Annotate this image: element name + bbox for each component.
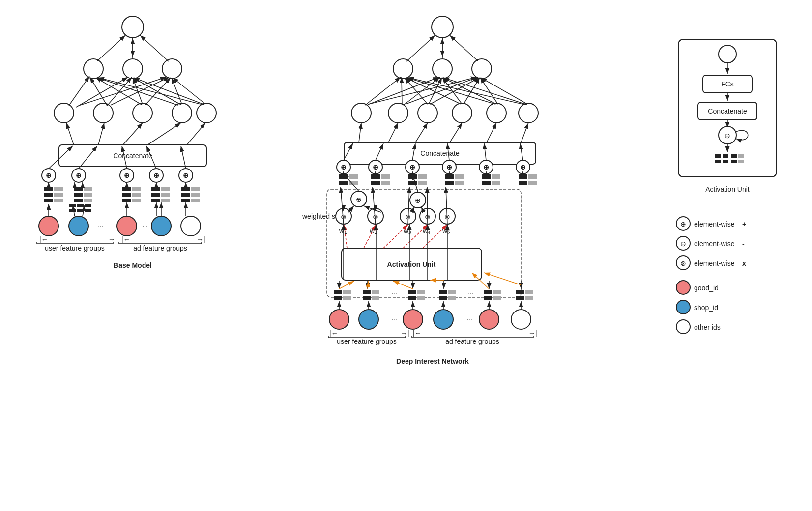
- din-concatenate-label: Concatenate: [420, 149, 460, 157]
- svg-rect-269: [525, 290, 533, 294]
- svg-line-31: [173, 78, 205, 104]
- svg-rect-242: [343, 290, 351, 294]
- svg-line-137: [404, 77, 440, 105]
- svg-point-293: [479, 310, 499, 329]
- svg-point-8: [162, 59, 182, 79]
- svg-rect-319: [723, 154, 728, 158]
- svg-rect-317: [715, 154, 721, 158]
- svg-point-16: [197, 103, 216, 123]
- activation-unit-label: Activation Unit: [387, 260, 436, 268]
- svg-rect-190: [482, 174, 491, 179]
- svg-text:⊕: ⊕: [680, 220, 686, 228]
- svg-text:⊕: ⊕: [356, 196, 362, 203]
- svg-line-154: [415, 123, 428, 142]
- svg-rect-166: [371, 174, 380, 179]
- svg-rect-75: [151, 187, 160, 191]
- svg-line-155: [450, 123, 462, 142]
- svg-line-153: [388, 123, 398, 142]
- svg-point-285: [359, 310, 378, 329]
- svg-point-295: [511, 310, 531, 329]
- svg-point-332: [676, 300, 690, 314]
- svg-point-4: [122, 16, 144, 38]
- svg-rect-265: [493, 296, 501, 300]
- svg-point-123: [472, 59, 492, 79]
- din-ad-feature-label: ad feature groups: [445, 338, 499, 345]
- svg-rect-79: [161, 193, 170, 197]
- svg-line-279: [393, 281, 413, 289]
- svg-rect-245: [363, 290, 371, 294]
- svg-rect-167: [371, 181, 380, 185]
- svg-rect-324: [738, 160, 744, 163]
- svg-rect-267: [516, 290, 524, 294]
- din-title: Deep Interest Network: [396, 357, 469, 365]
- base-concatenate-label: Concatenate: [113, 152, 152, 160]
- svg-point-107: [181, 216, 201, 236]
- svg-rect-60: [69, 209, 76, 212]
- svg-text:···: ···: [142, 222, 148, 230]
- svg-text:|←: |←: [121, 235, 130, 243]
- svg-text:···: ···: [98, 222, 104, 230]
- svg-rect-160: [349, 174, 358, 179]
- svg-rect-90: [191, 199, 200, 202]
- svg-line-124: [406, 35, 435, 61]
- svg-line-281: [484, 273, 521, 285]
- svg-rect-86: [181, 193, 190, 197]
- svg-text:⊕: ⊕: [520, 163, 526, 171]
- svg-rect-259: [448, 296, 456, 300]
- svg-rect-77: [151, 199, 160, 202]
- svg-point-13: [93, 103, 113, 123]
- svg-rect-240: [334, 290, 342, 294]
- svg-point-104: [151, 216, 171, 236]
- base-user-feature-label: user feature groups: [45, 244, 104, 252]
- svg-rect-87: [181, 199, 190, 202]
- svg-rect-241: [334, 296, 342, 300]
- svg-rect-248: [372, 296, 379, 300]
- svg-text:⊕: ⊕: [46, 171, 52, 179]
- legend-x-label: element-wise: [694, 259, 735, 267]
- svg-rect-48: [74, 187, 83, 191]
- svg-rect-52: [84, 193, 92, 197]
- svg-rect-158: [339, 174, 348, 179]
- svg-rect-62: [77, 209, 84, 212]
- svg-text:→|: →|: [528, 329, 537, 337]
- svg-text:⊕: ⊕: [409, 163, 415, 171]
- svg-rect-323: [738, 154, 744, 158]
- svg-rect-199: [519, 181, 527, 185]
- svg-line-30: [134, 78, 204, 105]
- svg-point-290: [434, 310, 453, 329]
- svg-text:⊕: ⊕: [183, 171, 189, 179]
- svg-rect-88: [191, 187, 200, 191]
- svg-rect-192: [492, 174, 500, 179]
- svg-rect-42: [54, 193, 63, 197]
- svg-rect-251: [408, 290, 416, 294]
- svg-line-142: [406, 78, 461, 104]
- svg-rect-263: [484, 296, 492, 300]
- svg-point-132: [519, 103, 538, 123]
- svg-rect-38: [44, 187, 53, 191]
- svg-text:···: ···: [391, 315, 397, 323]
- legend-shop-id: shop_id: [694, 304, 718, 312]
- svg-line-26: [97, 78, 178, 105]
- svg-text:⊕: ⊕: [153, 171, 159, 179]
- svg-point-95: [39, 216, 58, 236]
- svg-line-156: [487, 123, 496, 142]
- svg-line-134: [368, 77, 439, 105]
- svg-rect-169: [381, 181, 390, 185]
- svg-text:···: ···: [468, 289, 474, 297]
- svg-rect-61: [77, 204, 84, 207]
- svg-text:⊖: ⊖: [725, 132, 730, 140]
- svg-rect-40: [44, 199, 53, 202]
- svg-text:···: ···: [391, 289, 397, 297]
- legend-other-ids: other ids: [694, 323, 721, 331]
- svg-text:|←: |←: [329, 329, 338, 337]
- svg-line-34: [98, 123, 104, 145]
- svg-text:···: ···: [466, 315, 472, 323]
- svg-point-6: [84, 59, 103, 79]
- svg-rect-168: [381, 174, 390, 179]
- svg-rect-247: [372, 290, 379, 294]
- svg-rect-59: [69, 204, 76, 207]
- svg-text:→|: →|: [401, 329, 409, 337]
- legend-good-id: good_id: [694, 284, 719, 292]
- svg-rect-256: [439, 290, 447, 294]
- svg-rect-50: [74, 199, 83, 202]
